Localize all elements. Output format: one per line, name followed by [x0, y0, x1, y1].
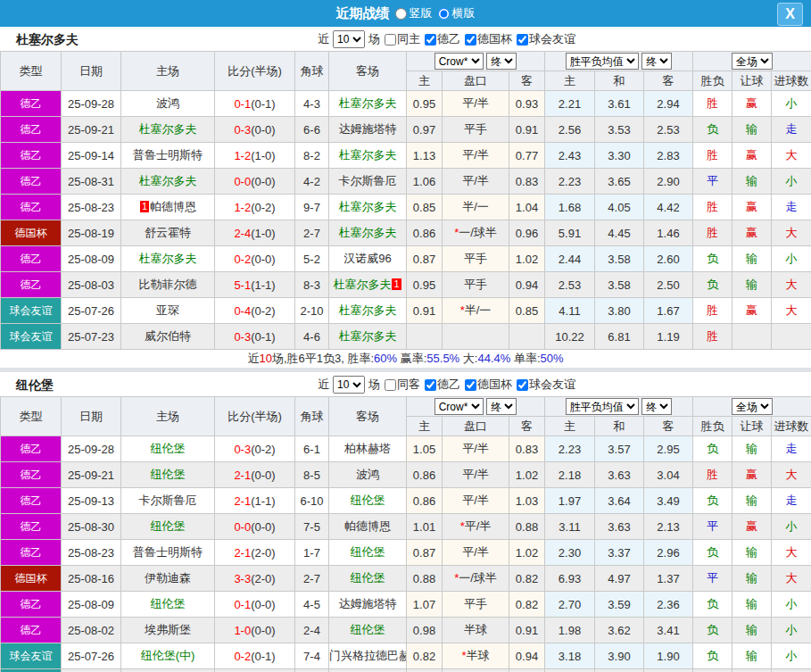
- mean-away: 2.83: [644, 143, 693, 169]
- league-filter-label: 球会友谊: [529, 377, 575, 393]
- col-header-odds-away: 客: [509, 417, 545, 436]
- mean-final-select[interactable]: 终: [641, 53, 672, 70]
- fullmatch-select[interactable]: 全场: [732, 398, 773, 415]
- odds-group-header: Crow* 终: [407, 397, 545, 417]
- match-score: 0-4(0-2): [215, 298, 295, 324]
- odds-handicap: 平/半: [443, 143, 509, 169]
- mean-select[interactable]: 胜平负均值: [566, 53, 639, 70]
- odds-source-select[interactable]: Crow*: [434, 398, 484, 415]
- mean-away: 2.13: [644, 514, 693, 540]
- match-row: 德乙25-08-09杜塞尔多夫0-2(0-0)5-2汉诺威960.87平手1.0…: [1, 246, 811, 272]
- match-date: 25-08-31: [62, 169, 121, 195]
- summary-line: 近10场,胜6平1负3, 胜率:60% 赢率:55.5% 大:44.4% 单率:…: [0, 350, 811, 367]
- mean-home: 1.97: [545, 488, 595, 514]
- result-goals: 大: [772, 272, 811, 298]
- mean-away: 2.60: [644, 246, 693, 272]
- col-header-odds-handicap: 盘口: [443, 417, 509, 436]
- league-filter[interactable]: 德国杯: [460, 31, 512, 47]
- odds-final-select[interactable]: 终: [486, 53, 517, 70]
- games-count-select[interactable]: 10: [333, 376, 365, 394]
- away-team: 门兴格拉德巴赫: [329, 643, 407, 669]
- odds-home: 0.86: [407, 220, 443, 246]
- odds-handicap: [443, 324, 509, 350]
- corner-score: 5-2: [295, 246, 329, 272]
- fullmatch-select[interactable]: 全场: [732, 53, 773, 70]
- home-team: 纽伦堡: [121, 436, 215, 462]
- mean-draw: 3.53: [595, 117, 644, 143]
- league-filter[interactable]: 球会友谊: [512, 377, 575, 393]
- mean-away: 1.67: [644, 298, 693, 324]
- mean-select[interactable]: 胜平负均值: [566, 398, 639, 415]
- mean-final-select[interactable]: 终: [641, 398, 672, 415]
- result-wdl: 负: [693, 540, 732, 566]
- close-icon[interactable]: X: [777, 3, 803, 26]
- odds-final-select[interactable]: 终: [486, 398, 517, 415]
- league-filter[interactable]: 德乙: [420, 377, 460, 393]
- match-row: 德乙25-08-31杜塞尔多夫0-0(0-0)4-2卡尔斯鲁厄1.06平/半0.…: [1, 169, 811, 195]
- match-row: 球会友谊25-07-26纽伦堡(中)0-2(0-1)7-4门兴格拉德巴赫0.82…: [1, 643, 811, 669]
- result-goals: 大: [772, 298, 811, 324]
- result-goals: 小: [772, 91, 811, 117]
- mean-away: 2.94: [644, 91, 693, 117]
- dialog-titlebar: 近期战绩 竖版 横版 X: [0, 0, 811, 27]
- league-filter-checkbox[interactable]: [517, 34, 528, 46]
- type-badge: 德乙: [1, 592, 62, 618]
- layout-radio-vertical[interactable]: 竖版: [395, 5, 433, 21]
- type-badge: 德乙: [1, 117, 62, 143]
- layout-radio-horizontal[interactable]: 横版: [438, 5, 476, 21]
- same-venue-filter[interactable]: 同客: [380, 377, 420, 393]
- match-date: 25-08-30: [62, 514, 121, 540]
- odds-handicap: 平手: [443, 246, 509, 272]
- col-header-home: 主场: [121, 52, 215, 91]
- league-filter-checkbox[interactable]: [465, 34, 476, 46]
- home-team: 威尔伯特: [121, 324, 215, 350]
- league-filter[interactable]: 德国杯: [460, 377, 512, 393]
- result-handicap: [732, 669, 772, 672]
- league-filter[interactable]: 德乙: [420, 31, 460, 47]
- mean-away: 2.90: [644, 169, 693, 195]
- summary-part: 大:: [459, 352, 477, 365]
- mean-home: 4.11: [545, 298, 595, 324]
- corner-score: 2-7: [295, 220, 329, 246]
- match-date: 25-09-13: [62, 488, 121, 514]
- same-venue-checkbox[interactable]: [385, 34, 396, 46]
- league-filter-checkbox[interactable]: [425, 34, 436, 46]
- result-goals: 小: [772, 643, 811, 669]
- away-team: 杜塞尔多夫1: [329, 272, 407, 298]
- col-header-result-wdl: 胜负: [693, 417, 732, 436]
- same-venue-checkbox[interactable]: [385, 379, 396, 391]
- league-filter-checkbox[interactable]: [465, 379, 476, 391]
- result-wdl: 负: [693, 488, 732, 514]
- odds-source-select[interactable]: Crow*: [434, 53, 484, 70]
- result-wdl: 胜: [693, 195, 732, 220]
- league-filter[interactable]: 球会友谊: [512, 31, 575, 47]
- odds-away: 0.82: [509, 592, 545, 618]
- type-badge: 球会友谊: [1, 324, 62, 350]
- league-filter-checkbox[interactable]: [425, 379, 436, 391]
- result-handicap: 赢: [732, 514, 772, 540]
- match-score: 0-3(0-0): [215, 117, 295, 143]
- match-date: 25-08-03: [62, 272, 121, 298]
- games-count-select[interactable]: 10: [333, 30, 365, 48]
- same-venue-filter[interactable]: 同主: [380, 31, 420, 47]
- odds-home: 1.01: [407, 514, 443, 540]
- league-filter-checkbox[interactable]: [517, 379, 528, 391]
- odds-away: 0.88: [509, 514, 545, 540]
- corner-score: 0-0: [295, 669, 329, 672]
- match-score: 1-0(0-0): [215, 618, 295, 643]
- home-team: 普鲁士明斯特: [121, 540, 215, 566]
- col-header-mean-home: 主: [545, 417, 595, 436]
- mean-away: 4.42: [644, 195, 693, 220]
- result-handicap: 输: [732, 643, 772, 669]
- match-row: 德乙25-09-28波鸿0-1(0-1)4-3杜塞尔多夫0.95平/半0.932…: [1, 91, 811, 117]
- type-badge: 德乙: [1, 618, 62, 643]
- corner-score: 4-6: [295, 324, 329, 350]
- summary-part: 场,胜6平1负3, 胜率:: [272, 352, 374, 365]
- layout-radio-horizontal-input[interactable]: [438, 8, 450, 20]
- away-team: 杜塞尔多夫: [329, 91, 407, 117]
- match-score: 5-1(1-1): [215, 272, 295, 298]
- col-header-result-goals: 进球数: [772, 71, 811, 91]
- home-team: 1帕德博恩: [121, 195, 215, 220]
- layout-radio-vertical-input[interactable]: [395, 8, 407, 20]
- col-header-score: 比分(半场): [215, 52, 295, 91]
